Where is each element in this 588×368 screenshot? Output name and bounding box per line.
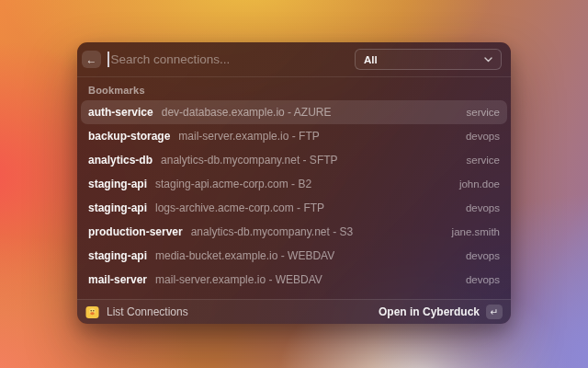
connection-user: service: [458, 155, 500, 166]
list-item[interactable]: staging-api logs-archive.acme-corp.com -…: [81, 196, 507, 220]
bookmarks-section-label: Bookmarks: [77, 77, 511, 100]
return-key-icon: ↵: [486, 305, 503, 319]
connection-user: john.doe: [450, 178, 500, 190]
connection-name: staging-api: [88, 249, 147, 262]
list-item[interactable]: backup-storage mail-server.example.io - …: [81, 124, 507, 148]
list-item[interactable]: mail-server mail-server.example.io - WEB…: [81, 268, 507, 292]
footer-app-label: List Connections: [107, 305, 188, 318]
search-bar: ← All: [77, 42, 511, 77]
search-connections-window: ← All Bookmarks auth-service dev-databas…: [77, 42, 511, 324]
list-item[interactable]: analytics-db analytics-db.mycompany.net …: [81, 148, 507, 172]
connection-url: analytics-db.mycompany.net - SFTP: [161, 154, 338, 167]
connection-url: media-bucket.example.io - WEBDAV: [155, 249, 334, 262]
connection-user: service: [458, 107, 500, 118]
connection-name: mail-server: [88, 273, 147, 286]
list-item[interactable]: staging-api media-bucket.example.io - WE…: [81, 244, 507, 268]
list-item[interactable]: staging-api staging-api.acme-corp.com - …: [81, 172, 507, 196]
filter-dropdown[interactable]: All: [355, 49, 502, 70]
connection-url: logs-archive.acme-corp.com - FTP: [155, 201, 324, 214]
connection-name: production-server: [88, 225, 183, 238]
connection-user: devops: [457, 250, 500, 261]
connection-user: jane.smith: [443, 226, 500, 237]
cyberduck-app-icon: [85, 305, 99, 319]
connection-user: devops: [457, 131, 500, 142]
search-input[interactable]: [109, 52, 356, 66]
footer-bar: List Connections Open in Cyberduck ↵: [77, 299, 511, 324]
connection-url: dev-database.example.io - AZURE: [162, 106, 332, 119]
open-in-cyberduck-button[interactable]: Open in Cyberduck ↵: [379, 305, 503, 319]
connection-name: backup-storage: [88, 130, 170, 143]
connection-name: staging-api: [88, 201, 147, 214]
connection-name: staging-api: [88, 178, 147, 190]
connection-url: mail-server.example.io - WEBDAV: [155, 273, 322, 286]
list-item[interactable]: auth-service dev-database.example.io - A…: [81, 100, 507, 124]
open-action-label: Open in Cyberduck: [379, 305, 480, 318]
back-arrow-icon: ←: [86, 53, 97, 66]
connection-user: devops: [457, 274, 500, 285]
connection-name: auth-service: [88, 106, 153, 119]
list-item[interactable]: production-server analytics-db.mycompany…: [81, 220, 507, 244]
back-button[interactable]: ←: [82, 51, 101, 68]
filter-value: All: [364, 54, 378, 65]
connection-url: analytics-db.mycompany.net - S3: [191, 225, 354, 238]
connection-url: mail-server.example.io - FTP: [178, 130, 319, 143]
connection-user: devops: [457, 202, 500, 213]
connection-name: analytics-db: [88, 154, 153, 167]
connection-url: staging-api.acme-corp.com - B2: [155, 178, 311, 190]
chevron-down-icon: [484, 57, 492, 63]
connection-list: auth-service dev-database.example.io - A…: [77, 100, 511, 299]
list-item[interactable]: media-bucket logs-archive.cloud-services…: [81, 292, 507, 299]
